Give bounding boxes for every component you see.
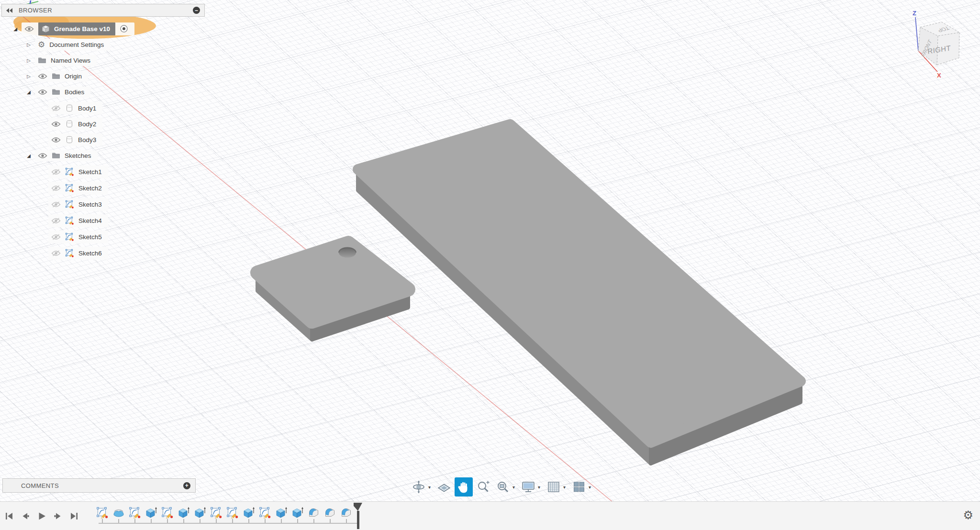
- tree-row-named-views[interactable]: ▷ Named Views: [25, 54, 97, 66]
- tree-label: Origin: [65, 73, 82, 80]
- timeline-feature-extrude-icon[interactable]: [178, 507, 190, 523]
- tree-row-sketch5[interactable]: Sketch5: [48, 231, 108, 243]
- visibility-eye-off-icon[interactable]: [51, 250, 61, 256]
- visibility-eye-icon[interactable]: [24, 26, 34, 32]
- active-document-selection[interactable]: Grenade Base v10: [38, 22, 115, 35]
- tree-row-bodies[interactable]: ◢ Bodies: [25, 86, 90, 98]
- play-icon[interactable]: [36, 511, 47, 521]
- timeline-position-marker[interactable]: [354, 503, 362, 529]
- timeline-feature-sketch-icon[interactable]: [96, 507, 109, 523]
- canvas-viewport[interactable]: Z X RIGHT TOP FRONT BROWSER −: [0, 0, 980, 501]
- sketch-icon: [65, 184, 74, 193]
- tree-row-origin[interactable]: ▷ Origin: [25, 70, 88, 82]
- timeline-track[interactable]: [99, 523, 357, 524]
- timeline-settings-gear-icon[interactable]: ⚙: [963, 509, 973, 521]
- tree-row-body3[interactable]: Body3: [48, 133, 102, 146]
- timeline-feature-fillet-icon[interactable]: [340, 507, 353, 523]
- folder-icon: [38, 57, 46, 64]
- visibility-eye-icon[interactable]: [51, 137, 61, 143]
- visibility-eye-icon[interactable]: [38, 153, 47, 159]
- collapse-panel-icon[interactable]: [6, 8, 13, 13]
- tree-row-root[interactable]: ◢: [12, 22, 134, 35]
- tree-row-sketch2[interactable]: Sketch2: [48, 182, 108, 194]
- timeline-feature-sketch-icon[interactable]: [210, 507, 223, 523]
- timeline-feature-extrude-icon[interactable]: [243, 507, 255, 523]
- minimize-browser-button[interactable]: −: [193, 7, 200, 14]
- tree-row-sketch3[interactable]: Sketch3: [48, 198, 108, 210]
- display-settings-button[interactable]: [519, 477, 537, 497]
- timeline-feature-extrude-icon[interactable]: [194, 507, 206, 523]
- skip-to-start-icon[interactable]: [4, 511, 14, 521]
- pan-button[interactable]: [455, 477, 473, 497]
- timeline-feature-sketch-icon[interactable]: [226, 507, 239, 523]
- timeline-feature-extrude-icon[interactable]: [291, 507, 304, 523]
- timeline-feature-extrude-icon[interactable]: [145, 507, 157, 523]
- collapsed-icon[interactable]: ▷: [25, 74, 32, 79]
- visibility-eye-off-icon[interactable]: [51, 201, 61, 208]
- expanded-icon[interactable]: ◢: [25, 89, 32, 95]
- grid-snaps-menu-caret[interactable]: ▾: [563, 485, 568, 490]
- expanded-icon[interactable]: ◢: [25, 153, 32, 158]
- tree-row-body1[interactable]: Body1: [48, 102, 102, 114]
- orbit-button[interactable]: [410, 477, 428, 497]
- tree-row-sketches[interactable]: ◢ Sketches: [25, 149, 98, 162]
- folder-icon: [52, 88, 60, 95]
- body-small-plate[interactable]: [257, 243, 408, 340]
- visibility-eye-off-icon[interactable]: [51, 185, 61, 191]
- timeline-feature-sketch-icon[interactable]: [161, 507, 174, 523]
- tree-label: Bodies: [65, 88, 84, 96]
- tree-row-sketch4[interactable]: Sketch4: [48, 214, 108, 227]
- comments-bar[interactable]: COMMENTS +: [2, 478, 196, 493]
- viewcube-z-label: Z: [913, 10, 916, 17]
- viewports-menu-caret[interactable]: ▾: [589, 485, 594, 490]
- activate-component-radio[interactable]: [120, 24, 128, 33]
- viewports-button[interactable]: [570, 477, 588, 497]
- visibility-eye-off-icon[interactable]: [51, 234, 61, 240]
- folder-icon: [52, 152, 60, 159]
- step-back-icon[interactable]: [20, 511, 31, 521]
- browser-header[interactable]: BROWSER −: [1, 4, 205, 17]
- fit-menu-caret[interactable]: ▾: [512, 485, 518, 490]
- visibility-eye-off-icon[interactable]: [51, 169, 61, 175]
- sketch-icon: [65, 167, 74, 177]
- skip-to-end-icon[interactable]: [69, 511, 79, 521]
- visibility-eye-icon[interactable]: [51, 121, 61, 127]
- sketch-icon: [65, 232, 74, 242]
- gear-icon: ⚙: [38, 41, 45, 49]
- timeline-feature-extrude-icon[interactable]: [275, 507, 288, 523]
- tree-row-sketch6[interactable]: Sketch6: [48, 247, 108, 259]
- add-comment-button[interactable]: +: [183, 482, 190, 489]
- timeline-feature-form-icon[interactable]: [112, 507, 125, 523]
- timeline-feature-fillet-icon[interactable]: [324, 507, 336, 523]
- tree-label: Sketches: [65, 152, 91, 159]
- tree-row-body2[interactable]: Body2: [48, 118, 102, 130]
- body-large-plate[interactable]: [358, 124, 801, 464]
- browser-title: BROWSER: [19, 7, 193, 14]
- orbit-menu-caret[interactable]: ▾: [428, 485, 434, 490]
- timeline-feature-sketch-icon[interactable]: [129, 507, 141, 523]
- collapsed-icon[interactable]: ▷: [25, 58, 32, 63]
- collapsed-icon[interactable]: ▷: [25, 42, 32, 47]
- tree-row-sketch1[interactable]: Sketch1: [48, 166, 108, 178]
- tree-label: Named Views: [51, 57, 90, 64]
- zoom-button[interactable]: [474, 477, 492, 497]
- tree-row-document-settings[interactable]: ▷ ⚙ Document Settings: [25, 38, 110, 51]
- sketch-icon: [65, 200, 74, 209]
- timeline-features: [96, 507, 353, 523]
- timeline-feature-fillet-icon[interactable]: [308, 507, 320, 523]
- visibility-eye-icon[interactable]: [38, 89, 47, 95]
- visibility-eye-off-icon[interactable]: [51, 218, 61, 224]
- grid-snaps-button[interactable]: [545, 477, 563, 497]
- tree-label: Body3: [78, 136, 96, 144]
- display-settings-menu-caret[interactable]: ▾: [538, 485, 543, 490]
- timeline-feature-sketch-icon[interactable]: [259, 507, 271, 523]
- visibility-eye-off-icon[interactable]: [51, 105, 61, 111]
- expanded-icon[interactable]: ◢: [12, 26, 19, 32]
- visibility-eye-icon[interactable]: [38, 73, 47, 79]
- tree-label: Sketch4: [78, 217, 102, 224]
- step-forward-icon[interactable]: [53, 511, 63, 521]
- tree-label: Body2: [78, 121, 96, 128]
- look-at-button[interactable]: [435, 477, 453, 497]
- fit-button[interactable]: [494, 477, 512, 497]
- viewcube[interactable]: Z X RIGHT TOP FRONT: [907, 6, 979, 81]
